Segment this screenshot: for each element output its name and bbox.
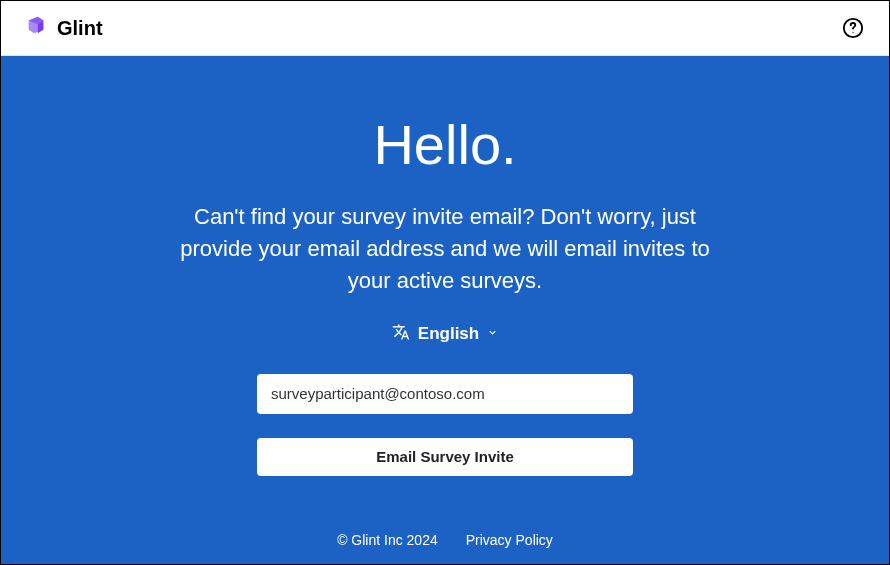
email-field[interactable] [257,374,633,414]
form: Email Survey Invite [257,374,633,476]
language-label: English [418,324,479,344]
chevron-down-icon [487,327,498,341]
glint-logo-icon [25,15,47,41]
header: Glint [1,1,889,56]
main-content: Hello. Can't find your survey invite ema… [1,56,889,564]
brand: Glint [25,15,103,41]
page-subtitle: Can't find your survey invite email? Don… [180,201,710,297]
footer: © Glint Inc 2024 Privacy Policy [1,532,889,548]
page-title: Hello. [373,112,516,177]
brand-name: Glint [57,17,103,40]
language-selector[interactable]: English [392,323,498,346]
privacy-policy-link[interactable]: Privacy Policy [466,532,553,548]
email-survey-invite-button[interactable]: Email Survey Invite [257,438,633,476]
copyright-text: © Glint Inc 2024 [337,532,438,548]
help-button[interactable] [841,16,865,40]
translate-icon [392,323,410,346]
svg-point-1 [852,32,853,33]
